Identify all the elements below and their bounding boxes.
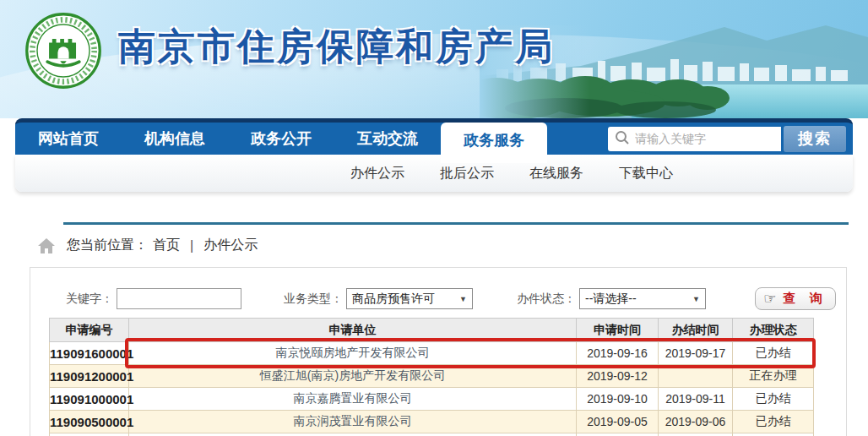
chevron-down-icon: ▼ [459,295,467,303]
business-type-value: 商品房预售许可 [352,292,435,307]
breadcrumb-current[interactable]: 办件公示 [203,237,258,254]
cell-done: 2019-09-06 [659,411,733,433]
cell-id: 119091200001 [50,365,129,388]
table-header-row: 申请编号 申请单位 申请时间 办结时间 办理状态 [50,319,814,342]
col-status: 办理状态 [733,319,814,342]
business-type-label: 业务类型： [284,292,343,307]
cell-status: 已办结 [733,411,814,433]
table-body: 119091600001南京悦颐房地产开发有限公司2019-09-162019-… [50,342,814,436]
keyword-input[interactable] [117,288,241,309]
cell-status: 已办结 [733,433,814,436]
col-apply-unit: 申请单位 [129,319,577,342]
cases-table: 申请编号 申请单位 申请时间 办结时间 办理状态 119091600001南京悦… [49,318,814,436]
cell-status: 已办结 [733,388,814,411]
breadcrumb-prefix: 您当前位置： [67,237,148,254]
cell-apply: 2019-09-16 [577,342,659,365]
breadcrumb: 您当前位置： 首页 | 办件公示 [38,237,868,254]
cell-done: 2019-09-17 [659,342,733,365]
cell-status: 正在办理 [733,365,814,388]
cell-id: 119090500001 [50,411,129,433]
query-button-label: 查 询 [784,291,827,307]
table-row: 119091000001南京嘉腾置业有限公司2019-09-102019-09-… [50,388,814,411]
cell-company[interactable]: 南京悦颐房地产开发有限公司 [129,342,577,365]
pointing-hand-icon: ☞ [763,290,776,308]
sub-nav: 办件公示 批后公示 在线服务 下载中心 [15,155,853,192]
col-done-date: 办结时间 [659,319,733,342]
search-input[interactable] [608,127,781,151]
cell-id: 119091600001 [50,342,129,365]
nav-item-gov-services-active[interactable]: 政务服务 [441,123,547,163]
breadcrumb-home-link[interactable]: 首页 [153,237,180,254]
cell-id: 119091000001 [50,388,129,411]
breadcrumb-separator: | [190,238,193,253]
table-row: 119090500001南京润茂置业有限公司2019-09-052019-09-… [50,411,814,433]
cell-company[interactable]: 南京润茂置业有限公司 [129,433,577,436]
keyword-label: 关键字： [66,292,113,307]
nav-item-org-info[interactable]: 机构信息 [122,123,228,155]
case-status-select[interactable]: --请选择-- ▼ [579,288,706,309]
site-title: 南京市住房保障和房产局 [118,22,555,72]
home-icon [38,238,55,253]
cell-apply: 2019-09-10 [577,388,659,411]
table-row: 119091200001恒盛江旭(南京)房地产开发有限公司2019-09-12正… [50,365,814,388]
page: 南京市住房保障和房产局 网站首页 机构信息 政务公开 互动交流 政务服务 搜索 … [0,0,868,436]
cell-done: 2019-09-06 [659,433,733,436]
table-row: 119091600001南京悦颐房地产开发有限公司2019-09-162019-… [50,342,814,365]
nav-item-home[interactable]: 网站首页 [15,123,122,155]
case-status-label: 办件状态： [517,292,576,307]
col-apply-date: 申请时间 [577,319,659,342]
subnav-item-pihou-gongshi[interactable]: 批后公示 [440,165,494,183]
search-group: 搜索 [608,126,846,152]
subnav-item-download-center[interactable]: 下载中心 [619,165,673,183]
nav-item-interaction[interactable]: 互动交流 [334,123,441,155]
subnav-item-banjian-gongshi[interactable]: 办件公示 [350,165,404,183]
bureau-seal-logo[interactable] [24,11,103,90]
cell-done [659,365,733,388]
search-button[interactable]: 搜索 [784,126,846,152]
filter-bar: 关键字： 业务类型： 商品房预售许可 ▼ 办件状态： --请选择-- ▼ ☞ 查… [30,287,846,310]
nav-item-gov-disclosure[interactable]: 政务公开 [228,123,334,155]
cell-done: 2019-09-11 [659,388,733,411]
section-divider [63,222,849,225]
cases-table-wrap: 申请编号 申请单位 申请时间 办结时间 办理状态 119091600001南京悦… [49,318,813,436]
business-type-select[interactable]: 商品房预售许可 ▼ [346,288,473,309]
cell-apply: 2019-09-04 [577,433,659,436]
chevron-down-icon: ▼ [692,295,700,303]
main-nav: 网站首页 机构信息 政务公开 互动交流 政务服务 搜索 [15,118,853,155]
cell-status: 已办结 [733,342,814,365]
cell-id: 119090400003 [50,433,129,436]
cell-company[interactable]: 南京润茂置业有限公司 [129,411,577,433]
subnav-item-online-service[interactable]: 在线服务 [529,165,583,183]
cell-apply: 2019-09-05 [577,411,659,433]
cell-company[interactable]: 恒盛江旭(南京)房地产开发有限公司 [129,365,577,388]
query-button[interactable]: ☞ 查 询 [755,287,836,310]
search-icon [615,130,630,145]
header-banner: 南京市住房保障和房产局 [0,0,868,118]
case-status-value: --请选择-- [585,292,637,307]
content-panel: 关键字： 业务类型： 商品房预售许可 ▼ 办件状态： --请选择-- ▼ ☞ 查… [30,267,847,436]
col-apply-id: 申请编号 [50,319,129,342]
cell-apply: 2019-09-12 [577,365,659,388]
cell-company[interactable]: 南京嘉腾置业有限公司 [129,388,577,411]
table-row: 119090400003南京润茂置业有限公司2019-09-042019-09-… [50,433,814,436]
